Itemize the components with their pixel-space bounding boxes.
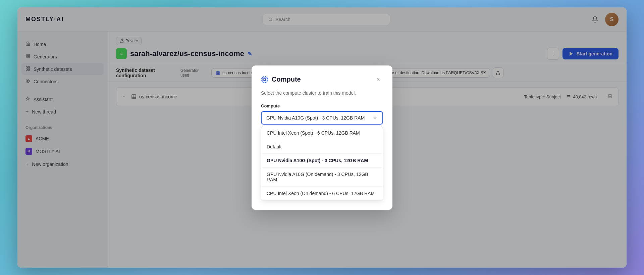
modal-compute-label: Compute — [261, 103, 383, 108]
dropdown-item-default[interactable]: Default — [261, 140, 383, 154]
main-window: MOSTLY·AI S — [17, 7, 627, 268]
chevron-down-icon — [372, 115, 378, 121]
compute-dropdown: CPU Intel Xeon (Spot) - 6 CPUs, 12GB RAM… — [261, 126, 383, 200]
dropdown-list: CPU Intel Xeon (Spot) - 6 CPUs, 12GB RAM… — [261, 126, 383, 200]
dropdown-item-gpu-a10g-spot[interactable]: GPU Nvidia A10G (Spot) - 3 CPUs, 12GB RA… — [261, 154, 383, 168]
compute-selected-value: GPU Nvidia A10G (Spot) - 3 CPUs, 12GB RA… — [266, 115, 365, 121]
modal-close-button[interactable]: × — [374, 75, 383, 84]
dropdown-item-gpu-a10g-demand[interactable]: GPU Nvidia A10G (On demand) - 3 CPUs, 12… — [261, 168, 383, 187]
modal-description: Select the compute cluster to train this… — [261, 90, 383, 97]
modal-title-text: Compute — [272, 76, 301, 83]
compute-modal: Compute × Select the compute cluster to … — [252, 65, 392, 210]
modal-title: Compute — [261, 76, 301, 83]
compute-select-box[interactable]: GPU Nvidia A10G (Spot) - 3 CPUs, 12GB RA… — [261, 111, 383, 125]
svg-rect-33 — [264, 79, 266, 81]
modal-header: Compute × — [261, 75, 383, 84]
compute-modal-icon — [261, 76, 268, 83]
svg-rect-32 — [262, 77, 267, 82]
modal-overlay[interactable]: Compute × Select the compute cluster to … — [17, 7, 627, 268]
dropdown-item-cpu-intel-spot[interactable]: CPU Intel Xeon (Spot) - 6 CPUs, 12GB RAM — [261, 126, 383, 140]
dropdown-item-cpu-intel-demand[interactable]: CPU Intel Xeon (On demand) - 6 CPUs, 12G… — [261, 187, 383, 200]
